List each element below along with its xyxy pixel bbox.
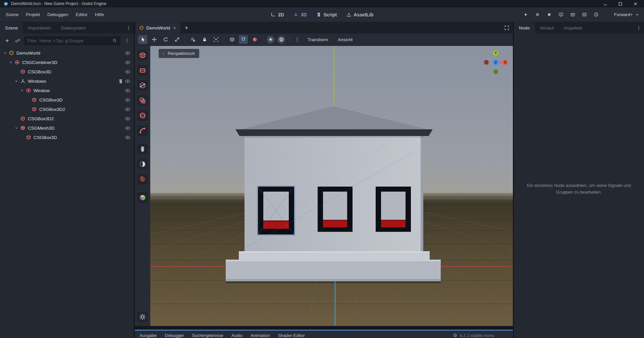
add-node-button[interactable] (3, 37, 11, 45)
movie-maker-button[interactable] (581, 11, 588, 18)
bottom-panel-shader-editor[interactable]: Shader-Editor (274, 333, 309, 338)
sphere-tool[interactable] (137, 173, 149, 185)
new-scene-tab-button[interactable] (180, 22, 193, 33)
play-scene-button[interactable] (557, 11, 565, 18)
workspace-assetlib[interactable]: AssetLib (346, 12, 373, 17)
snap-toggle[interactable] (239, 35, 248, 44)
right-dock-menu[interactable] (636, 22, 644, 33)
minimize-button[interactable] (603, 1, 608, 6)
list-select-tool[interactable] (189, 35, 198, 44)
rotate-tool[interactable] (161, 35, 170, 44)
menu-projekt[interactable]: Projekt (22, 10, 44, 19)
expand-viewport-button[interactable] (504, 22, 513, 33)
visibility-toggle[interactable] (125, 116, 130, 122)
script-icon[interactable] (118, 79, 123, 84)
bottom-panel-debugger[interactable]: Debugger (161, 333, 188, 338)
visibility-toggle[interactable] (125, 135, 130, 140)
menu-szene[interactable]: Szene (2, 10, 22, 19)
tree-expand-arrow[interactable] (14, 79, 18, 83)
left-dock-menu[interactable] (126, 22, 134, 33)
right-dock-tab-inspektor[interactable]: Inspektor (559, 22, 588, 33)
visibility-toggle[interactable] (125, 50, 130, 56)
csg-panel-tool[interactable] (137, 64, 149, 76)
visibility-toggle[interactable] (125, 88, 130, 93)
viewport-canvas[interactable]: Y Z X (150, 46, 513, 326)
visibility-toggle[interactable] (125, 78, 130, 84)
tree-expand-arrow[interactable] (8, 60, 13, 64)
close-window-button[interactable] (633, 1, 638, 6)
lock-selected-button[interactable] (200, 35, 209, 44)
menu-debuggen[interactable]: Debuggen (44, 10, 72, 19)
visibility-toggle[interactable] (125, 125, 130, 131)
menu-hilfe[interactable]: Hilfe (91, 10, 108, 19)
csg-combine-tool[interactable] (137, 94, 149, 107)
viewport-settings-button[interactable] (137, 311, 149, 323)
visibility-toggle[interactable] (125, 97, 130, 103)
tree-row-csgmesh3d[interactable]: CSGMesh3D (0, 123, 134, 133)
workspace-2d[interactable]: 2D (271, 12, 284, 17)
tree-row-csgbox3d2[interactable]: CSGBox3D2 (0, 114, 134, 123)
tree-row-windows[interactable]: Windows (0, 76, 134, 86)
perspective-menu[interactable]: Perspektivisch (159, 49, 199, 58)
stop-button[interactable] (545, 11, 553, 18)
node3d-icon (20, 78, 25, 84)
bottom-panel-ausgabe[interactable]: Ausgabe (136, 333, 161, 338)
csg-curve-tool[interactable] (137, 125, 149, 137)
menu-editor[interactable]: Editor (72, 10, 91, 19)
material-preview-tool[interactable] (137, 192, 149, 204)
movie-writer-button[interactable] (592, 11, 600, 18)
preview-sun-toggle[interactable] (266, 36, 275, 44)
contrast-toggle[interactable] (137, 158, 149, 170)
instance-scene-button[interactable] (13, 37, 21, 45)
scene-tab-demoworld[interactable]: DemoWorld (136, 22, 180, 33)
right-dock-tab-verlauf[interactable]: Verlauf (535, 22, 559, 33)
left-dock-tab-importieren[interactable]: Importieren (23, 22, 56, 33)
bottom-panel-audio[interactable]: Audio (227, 333, 247, 338)
bottom-panel-suchergebnisse[interactable]: Suchergebnisse (188, 333, 227, 338)
tree-expand-arrow[interactable] (14, 126, 18, 130)
version-info[interactable]: 4.2.2.stable.mono (453, 333, 494, 338)
tree-expand-arrow[interactable] (3, 51, 7, 55)
visibility-toggle[interactable] (125, 60, 130, 65)
play-button[interactable] (522, 11, 529, 18)
tree-row-window[interactable]: Window (0, 86, 134, 95)
local-space-toggle[interactable] (227, 35, 236, 44)
maximize-button[interactable] (618, 1, 623, 6)
scene-filter-input[interactable]: Filter: Name, t:Typ, g:Gruppe (24, 36, 120, 45)
renderer-dropdown[interactable]: Forward+ (612, 11, 641, 18)
close-tab-icon[interactable] (172, 26, 177, 30)
move-tool[interactable] (150, 35, 159, 44)
tree-row-csgbox3d[interactable]: CSGBox3D (0, 95, 134, 105)
left-dock-tab-dateisystem[interactable]: Dateisystem (56, 22, 91, 33)
preview-material-toggle[interactable] (250, 35, 259, 44)
viewport-options-menu[interactable] (292, 35, 302, 44)
workspace-script[interactable]: Script (316, 12, 337, 17)
tree-row-csgcombiner3d[interactable]: CSGCombiner3D (0, 58, 134, 67)
preview-environment-toggle[interactable] (277, 36, 285, 44)
csg-subtract-tool[interactable] (137, 79, 149, 91)
viewport-3d[interactable]: Y Z X Perspektivisch (150, 46, 513, 326)
viewport-menu-ansicht[interactable]: Ansicht (334, 36, 356, 44)
tree-row-csgbox3d[interactable]: CSGBox3D (0, 133, 134, 142)
scene-tree-menu[interactable] (123, 37, 131, 45)
tree-expand-arrow[interactable] (20, 88, 24, 92)
scale-tool[interactable] (172, 35, 181, 44)
csg-sphere-tool[interactable] (137, 110, 149, 122)
visibility-toggle[interactable] (125, 107, 130, 112)
toolbar-separator (289, 37, 289, 43)
left-dock-tab-szene[interactable]: Szene (0, 22, 23, 33)
workspace-3d[interactable]: 3D (293, 12, 307, 17)
play-custom-scene-button[interactable] (569, 11, 576, 18)
tree-row-csgbox3d2[interactable]: CSGBox3D2 (0, 105, 134, 114)
tree-row-demoworld[interactable]: DemoWorld (0, 48, 134, 58)
pause-button[interactable] (534, 11, 541, 18)
viewport-menu-transform[interactable]: Transform (304, 36, 332, 44)
bottom-panel-animation[interactable]: Animation (247, 333, 274, 338)
group-selected-button[interactable] (211, 35, 220, 44)
right-dock-tab-node[interactable]: Node (514, 22, 535, 33)
tree-row-csgbox3d[interactable]: CSGBox3D (0, 67, 134, 76)
csg-box-tool[interactable] (137, 49, 149, 61)
capsule-tool[interactable] (137, 143, 149, 155)
select-tool[interactable] (138, 35, 147, 44)
visibility-toggle[interactable] (125, 69, 130, 75)
